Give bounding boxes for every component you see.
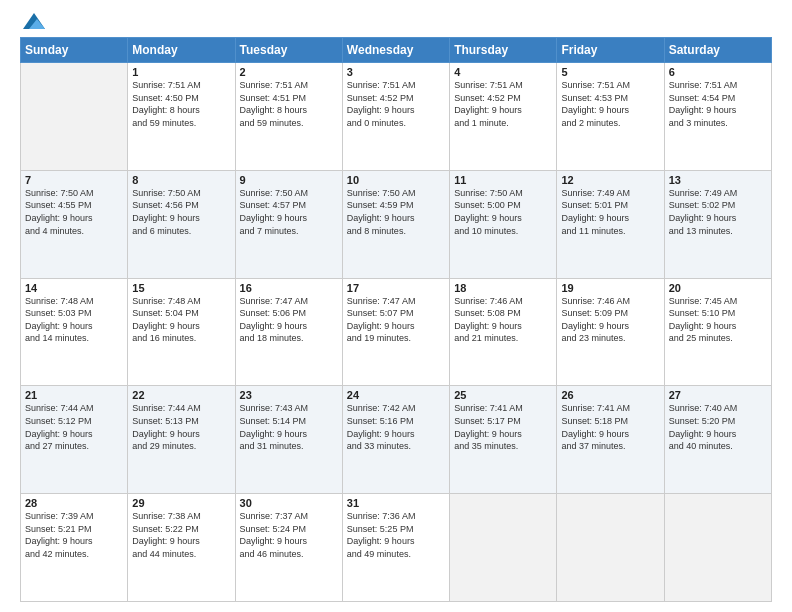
day-info: Sunrise: 7:46 AMSunset: 5:08 PMDaylight:… bbox=[454, 295, 552, 345]
day-number: 7 bbox=[25, 174, 123, 186]
day-number: 17 bbox=[347, 282, 445, 294]
calendar-cell: 26Sunrise: 7:41 AMSunset: 5:18 PMDayligh… bbox=[557, 386, 664, 494]
calendar-cell: 2Sunrise: 7:51 AMSunset: 4:51 PMDaylight… bbox=[235, 63, 342, 171]
calendar-cell: 21Sunrise: 7:44 AMSunset: 5:12 PMDayligh… bbox=[21, 386, 128, 494]
day-number: 25 bbox=[454, 389, 552, 401]
day-number: 24 bbox=[347, 389, 445, 401]
calendar-cell bbox=[557, 494, 664, 602]
day-info: Sunrise: 7:50 AMSunset: 4:55 PMDaylight:… bbox=[25, 187, 123, 237]
day-number: 21 bbox=[25, 389, 123, 401]
header bbox=[20, 15, 772, 29]
day-header-thursday: Thursday bbox=[450, 38, 557, 63]
day-number: 19 bbox=[561, 282, 659, 294]
day-number: 18 bbox=[454, 282, 552, 294]
day-number: 22 bbox=[132, 389, 230, 401]
day-info: Sunrise: 7:40 AMSunset: 5:20 PMDaylight:… bbox=[669, 402, 767, 452]
day-info: Sunrise: 7:51 AMSunset: 4:52 PMDaylight:… bbox=[454, 79, 552, 129]
calendar-cell: 13Sunrise: 7:49 AMSunset: 5:02 PMDayligh… bbox=[664, 170, 771, 278]
day-number: 3 bbox=[347, 66, 445, 78]
day-header-tuesday: Tuesday bbox=[235, 38, 342, 63]
calendar-header-row: SundayMondayTuesdayWednesdayThursdayFrid… bbox=[21, 38, 772, 63]
day-info: Sunrise: 7:50 AMSunset: 4:59 PMDaylight:… bbox=[347, 187, 445, 237]
calendar-cell: 19Sunrise: 7:46 AMSunset: 5:09 PMDayligh… bbox=[557, 278, 664, 386]
calendar-cell: 29Sunrise: 7:38 AMSunset: 5:22 PMDayligh… bbox=[128, 494, 235, 602]
calendar-cell bbox=[21, 63, 128, 171]
day-info: Sunrise: 7:44 AMSunset: 5:12 PMDaylight:… bbox=[25, 402, 123, 452]
day-info: Sunrise: 7:43 AMSunset: 5:14 PMDaylight:… bbox=[240, 402, 338, 452]
day-header-saturday: Saturday bbox=[664, 38, 771, 63]
day-number: 30 bbox=[240, 497, 338, 509]
day-number: 5 bbox=[561, 66, 659, 78]
calendar-cell: 6Sunrise: 7:51 AMSunset: 4:54 PMDaylight… bbox=[664, 63, 771, 171]
day-number: 11 bbox=[454, 174, 552, 186]
day-info: Sunrise: 7:51 AMSunset: 4:51 PMDaylight:… bbox=[240, 79, 338, 129]
day-number: 28 bbox=[25, 497, 123, 509]
calendar-cell: 17Sunrise: 7:47 AMSunset: 5:07 PMDayligh… bbox=[342, 278, 449, 386]
day-info: Sunrise: 7:36 AMSunset: 5:25 PMDaylight:… bbox=[347, 510, 445, 560]
day-info: Sunrise: 7:50 AMSunset: 5:00 PMDaylight:… bbox=[454, 187, 552, 237]
calendar-cell: 27Sunrise: 7:40 AMSunset: 5:20 PMDayligh… bbox=[664, 386, 771, 494]
calendar-cell: 1Sunrise: 7:51 AMSunset: 4:50 PMDaylight… bbox=[128, 63, 235, 171]
calendar-cell: 11Sunrise: 7:50 AMSunset: 5:00 PMDayligh… bbox=[450, 170, 557, 278]
calendar-cell: 12Sunrise: 7:49 AMSunset: 5:01 PMDayligh… bbox=[557, 170, 664, 278]
day-number: 20 bbox=[669, 282, 767, 294]
day-info: Sunrise: 7:44 AMSunset: 5:13 PMDaylight:… bbox=[132, 402, 230, 452]
logo bbox=[20, 15, 45, 29]
calendar-cell: 4Sunrise: 7:51 AMSunset: 4:52 PMDaylight… bbox=[450, 63, 557, 171]
calendar-cell: 22Sunrise: 7:44 AMSunset: 5:13 PMDayligh… bbox=[128, 386, 235, 494]
calendar-cell: 7Sunrise: 7:50 AMSunset: 4:55 PMDaylight… bbox=[21, 170, 128, 278]
day-number: 8 bbox=[132, 174, 230, 186]
day-info: Sunrise: 7:47 AMSunset: 5:06 PMDaylight:… bbox=[240, 295, 338, 345]
calendar-week-5: 28Sunrise: 7:39 AMSunset: 5:21 PMDayligh… bbox=[21, 494, 772, 602]
calendar-cell: 9Sunrise: 7:50 AMSunset: 4:57 PMDaylight… bbox=[235, 170, 342, 278]
calendar-cell: 28Sunrise: 7:39 AMSunset: 5:21 PMDayligh… bbox=[21, 494, 128, 602]
day-number: 2 bbox=[240, 66, 338, 78]
day-header-monday: Monday bbox=[128, 38, 235, 63]
calendar-week-4: 21Sunrise: 7:44 AMSunset: 5:12 PMDayligh… bbox=[21, 386, 772, 494]
day-number: 6 bbox=[669, 66, 767, 78]
day-header-wednesday: Wednesday bbox=[342, 38, 449, 63]
day-info: Sunrise: 7:49 AMSunset: 5:02 PMDaylight:… bbox=[669, 187, 767, 237]
calendar-cell: 15Sunrise: 7:48 AMSunset: 5:04 PMDayligh… bbox=[128, 278, 235, 386]
calendar-cell bbox=[450, 494, 557, 602]
calendar-cell: 25Sunrise: 7:41 AMSunset: 5:17 PMDayligh… bbox=[450, 386, 557, 494]
day-header-sunday: Sunday bbox=[21, 38, 128, 63]
logo-icon bbox=[23, 13, 45, 29]
calendar-cell: 18Sunrise: 7:46 AMSunset: 5:08 PMDayligh… bbox=[450, 278, 557, 386]
calendar-cell: 3Sunrise: 7:51 AMSunset: 4:52 PMDaylight… bbox=[342, 63, 449, 171]
day-info: Sunrise: 7:51 AMSunset: 4:53 PMDaylight:… bbox=[561, 79, 659, 129]
calendar-cell: 24Sunrise: 7:42 AMSunset: 5:16 PMDayligh… bbox=[342, 386, 449, 494]
day-info: Sunrise: 7:42 AMSunset: 5:16 PMDaylight:… bbox=[347, 402, 445, 452]
day-number: 29 bbox=[132, 497, 230, 509]
day-info: Sunrise: 7:51 AMSunset: 4:54 PMDaylight:… bbox=[669, 79, 767, 129]
day-info: Sunrise: 7:41 AMSunset: 5:18 PMDaylight:… bbox=[561, 402, 659, 452]
day-number: 14 bbox=[25, 282, 123, 294]
day-info: Sunrise: 7:41 AMSunset: 5:17 PMDaylight:… bbox=[454, 402, 552, 452]
calendar-week-3: 14Sunrise: 7:48 AMSunset: 5:03 PMDayligh… bbox=[21, 278, 772, 386]
day-info: Sunrise: 7:50 AMSunset: 4:56 PMDaylight:… bbox=[132, 187, 230, 237]
day-number: 10 bbox=[347, 174, 445, 186]
day-number: 27 bbox=[669, 389, 767, 401]
calendar-cell: 30Sunrise: 7:37 AMSunset: 5:24 PMDayligh… bbox=[235, 494, 342, 602]
day-info: Sunrise: 7:39 AMSunset: 5:21 PMDaylight:… bbox=[25, 510, 123, 560]
calendar-cell: 16Sunrise: 7:47 AMSunset: 5:06 PMDayligh… bbox=[235, 278, 342, 386]
day-number: 16 bbox=[240, 282, 338, 294]
day-info: Sunrise: 7:48 AMSunset: 5:03 PMDaylight:… bbox=[25, 295, 123, 345]
day-info: Sunrise: 7:47 AMSunset: 5:07 PMDaylight:… bbox=[347, 295, 445, 345]
day-number: 15 bbox=[132, 282, 230, 294]
day-info: Sunrise: 7:46 AMSunset: 5:09 PMDaylight:… bbox=[561, 295, 659, 345]
calendar-week-1: 1Sunrise: 7:51 AMSunset: 4:50 PMDaylight… bbox=[21, 63, 772, 171]
calendar-cell: 23Sunrise: 7:43 AMSunset: 5:14 PMDayligh… bbox=[235, 386, 342, 494]
day-info: Sunrise: 7:50 AMSunset: 4:57 PMDaylight:… bbox=[240, 187, 338, 237]
day-number: 31 bbox=[347, 497, 445, 509]
calendar-table: SundayMondayTuesdayWednesdayThursdayFrid… bbox=[20, 37, 772, 602]
day-info: Sunrise: 7:51 AMSunset: 4:52 PMDaylight:… bbox=[347, 79, 445, 129]
day-number: 1 bbox=[132, 66, 230, 78]
calendar-cell: 14Sunrise: 7:48 AMSunset: 5:03 PMDayligh… bbox=[21, 278, 128, 386]
day-info: Sunrise: 7:38 AMSunset: 5:22 PMDaylight:… bbox=[132, 510, 230, 560]
calendar-cell bbox=[664, 494, 771, 602]
day-number: 9 bbox=[240, 174, 338, 186]
calendar-cell: 8Sunrise: 7:50 AMSunset: 4:56 PMDaylight… bbox=[128, 170, 235, 278]
calendar-cell: 5Sunrise: 7:51 AMSunset: 4:53 PMDaylight… bbox=[557, 63, 664, 171]
day-number: 13 bbox=[669, 174, 767, 186]
